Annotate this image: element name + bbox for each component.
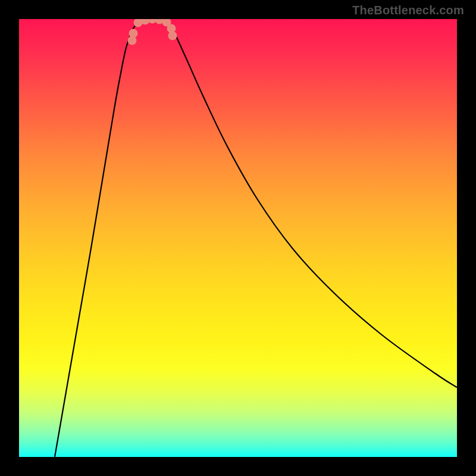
marker-dot [129, 29, 138, 38]
curve-path [55, 19, 457, 457]
bottleneck-curve [19, 19, 457, 457]
marker-dots [128, 19, 177, 45]
marker-dot [168, 32, 177, 40]
watermark-text: TheBottleneck.com [352, 4, 464, 17]
plot-area [19, 19, 457, 457]
chart-frame: TheBottleneck.com [0, 0, 476, 476]
